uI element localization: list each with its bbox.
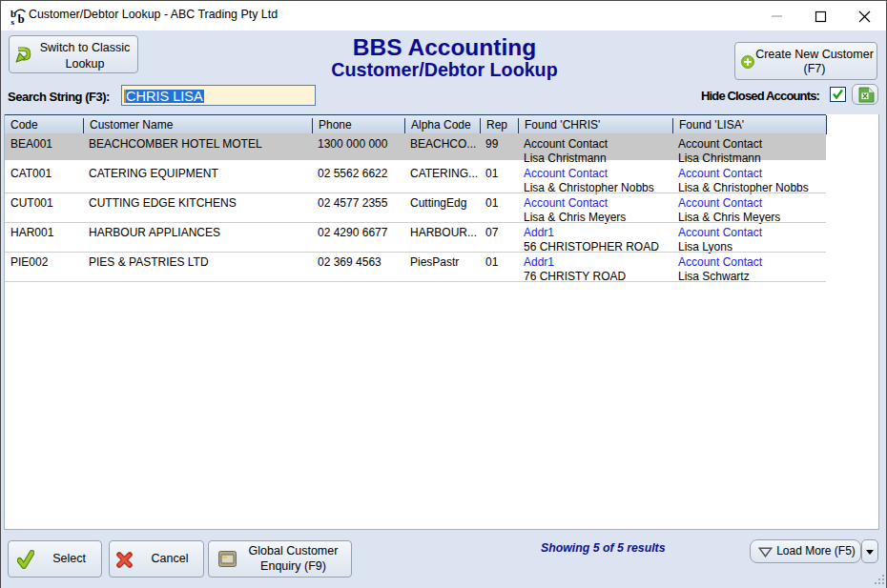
svg-text:s: s <box>11 17 15 26</box>
svg-text:b: b <box>18 11 25 26</box>
